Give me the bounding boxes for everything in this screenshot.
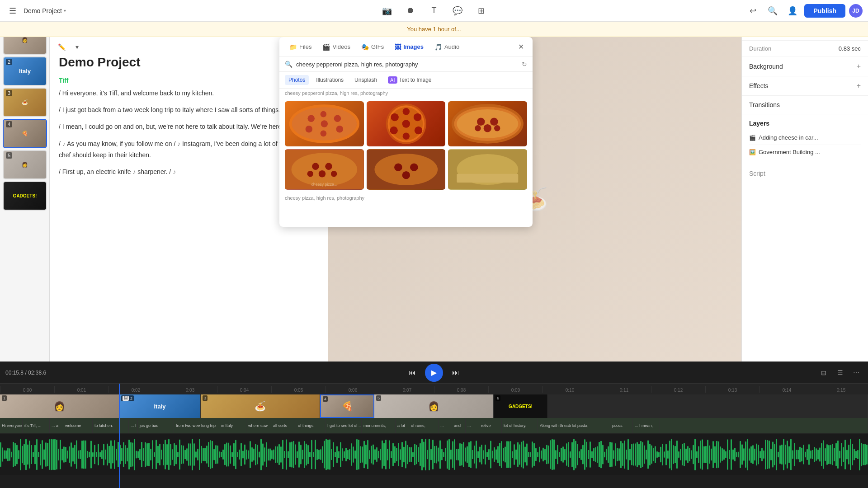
image-search-input[interactable] [296, 61, 518, 68]
svg-rect-445 [723, 450, 725, 460]
svg-rect-66 [38, 452, 39, 457]
svg-rect-304 [468, 442, 470, 467]
tab-files[interactable]: 📁 Files [285, 41, 316, 53]
background-expand-icon[interactable]: + [857, 62, 861, 70]
menu-icon[interactable]: ☰ [5, 4, 20, 18]
thumb-empty [548, 394, 868, 418]
comment-icon[interactable]: 💬 [449, 3, 466, 19]
thumb-scene-4-active[interactable]: 4 🍕 [320, 394, 374, 418]
svg-rect-58 [24, 444, 25, 465]
layer-item-1[interactable]: 🖼️ Government Building ... [749, 145, 861, 159]
timeline-list-icon[interactable]: ☰ [834, 366, 846, 379]
thumb-scene-1[interactable]: 1 👩 [0, 394, 119, 418]
svg-rect-422 [682, 444, 683, 465]
background-section[interactable]: Background + [742, 57, 868, 76]
source-tab-text-to-image[interactable]: AI Text to Image [384, 75, 435, 85]
thumb-scene-2[interactable]: 🖼 2 Italy [119, 394, 201, 418]
svg-rect-381 [608, 446, 609, 463]
source-tab-unsplash[interactable]: Unsplash [351, 75, 381, 85]
text-icon[interactable]: T [426, 3, 442, 19]
scene-item-5[interactable]: 👩 5 [3, 150, 47, 179]
tab-gifs[interactable]: 🎭 GIFs [357, 41, 388, 53]
svg-rect-327 [510, 441, 511, 468]
grid-icon[interactable]: ⊞ [473, 3, 489, 19]
svg-rect-461 [752, 445, 754, 464]
image-cell-4[interactable]: cheesy pizza... [285, 149, 364, 190]
svg-rect-178 [241, 443, 242, 466]
timeline-more-icon[interactable]: ⋯ [850, 366, 863, 379]
scene-item-3[interactable]: 🍝 3 [3, 88, 47, 117]
skip-back-button[interactable]: ⏮ [405, 366, 420, 380]
panel-close-icon[interactable]: ✕ [514, 41, 527, 53]
thumb-scene-5[interactable]: 5 👩 [374, 394, 494, 418]
svg-rect-230 [335, 452, 336, 457]
effects-section[interactable]: Effects + [742, 76, 868, 96]
script-link[interactable]: Script [742, 164, 868, 183]
svg-rect-495 [814, 447, 815, 462]
source-tab-photos[interactable]: Photos [285, 75, 309, 85]
ruler-mark-0: 0:00 [0, 386, 54, 393]
svg-rect-375 [597, 446, 598, 463]
svg-rect-249 [369, 450, 370, 459]
publish-button[interactable]: Publish [804, 4, 845, 18]
svg-rect-313 [485, 445, 486, 465]
svg-rect-146 [183, 446, 184, 464]
svg-rect-303 [467, 446, 468, 463]
svg-rect-471 [770, 449, 772, 460]
project-dropdown-chevron[interactable]: ▾ [64, 8, 66, 13]
timeline-zoom-icon[interactable]: ⊟ [817, 366, 830, 379]
svg-rect-331 [517, 442, 519, 467]
scene-item-4[interactable]: 🍕 4 [3, 119, 47, 148]
svg-rect-239 [351, 443, 352, 465]
svg-rect-377 [600, 441, 602, 469]
image-cell-1[interactable] [285, 101, 364, 146]
svg-rect-98 [96, 452, 97, 457]
svg-rect-275 [416, 445, 417, 464]
svg-rect-305 [470, 441, 472, 468]
effects-expand-icon[interactable]: + [857, 82, 861, 90]
layer-item-0[interactable]: 🎬 Adding cheese in car... [749, 131, 861, 145]
tab-images[interactable]: 🖼 Images [390, 41, 428, 53]
svg-rect-85 [72, 448, 74, 462]
svg-rect-505 [832, 444, 833, 465]
svg-rect-259 [387, 449, 388, 460]
svg-rect-379 [604, 452, 605, 458]
skip-forward-button[interactable]: ⏭ [448, 366, 463, 380]
svg-point-24 [490, 117, 498, 125]
svg-rect-288 [439, 441, 441, 469]
tab-videos[interactable]: 🎬 Videos [318, 41, 355, 53]
source-tab-illustrations[interactable]: Illustrations [312, 75, 347, 85]
svg-rect-226 [327, 440, 329, 469]
image-cell-2[interactable] [367, 101, 446, 146]
svg-rect-404 [649, 444, 651, 465]
svg-rect-470 [769, 441, 770, 469]
edit-icon-btn[interactable]: ✏️ [55, 41, 68, 53]
layer-name-text-1: Government Building ... [759, 149, 820, 155]
svg-rect-498 [819, 448, 821, 462]
camera-icon[interactable]: 📷 [379, 3, 395, 19]
record-icon[interactable]: ⏺ [402, 3, 419, 19]
ruler-mark-8: 0:08 [434, 386, 488, 393]
svg-rect-83 [69, 446, 70, 463]
toolbar-dropdown[interactable]: ▾ [71, 41, 83, 53]
image-cell-5[interactable] [367, 149, 446, 190]
search-topbar-icon[interactable]: 🔍 [764, 3, 781, 19]
undo-icon[interactable]: ↩ [745, 3, 761, 19]
thumb-scene-3[interactable]: 3 🍝 [201, 394, 320, 418]
image-cell-6[interactable] [448, 149, 527, 190]
scene-item-2[interactable]: Italy 2 [3, 56, 47, 86]
refresh-icon[interactable]: ↻ [522, 61, 527, 68]
svg-rect-200 [280, 446, 282, 462]
play-button[interactable]: ▶ [425, 364, 443, 382]
svg-rect-158 [204, 448, 206, 461]
svg-point-27 [494, 125, 500, 131]
image-cell-3[interactable] [448, 101, 527, 146]
scene-item-gadgets[interactable]: GADGETS! [3, 181, 47, 211]
scene-num-5: 5 [6, 152, 12, 159]
thumb-scene-gadgets[interactable]: 6 GADGETS! [494, 394, 548, 418]
tab-audio[interactable]: 🎵 Audio [430, 41, 464, 53]
user-icon[interactable]: 👤 [784, 3, 801, 19]
transitions-section[interactable]: Transitions [742, 96, 868, 114]
svg-rect-352 [555, 450, 557, 459]
svg-rect-290 [443, 452, 444, 457]
